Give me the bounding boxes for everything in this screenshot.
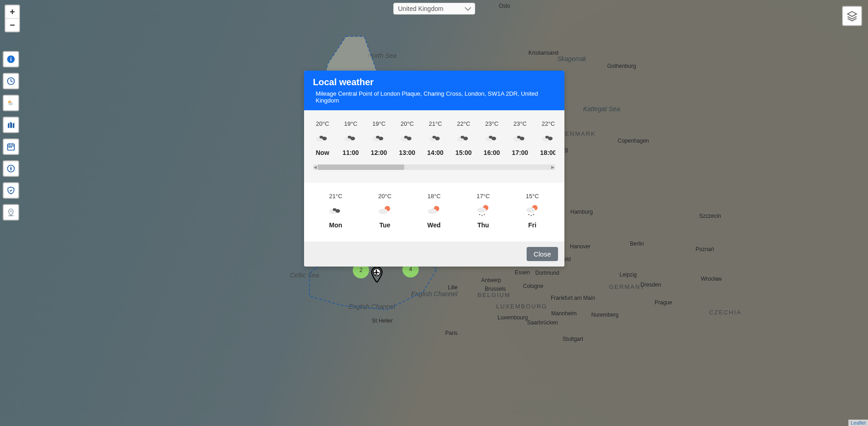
hourly-time: Now: [313, 149, 332, 156]
svg-point-51: [528, 214, 529, 215]
daily-name: Fri: [519, 221, 546, 229]
zoom-out-button[interactable]: −: [5, 19, 19, 31]
svg-point-48: [483, 214, 484, 215]
svg-point-52: [530, 215, 531, 216]
svg-point-27: [463, 137, 468, 140]
svg-point-15: [350, 137, 355, 140]
leaflet-link[interactable]: Leaflet: [851, 420, 866, 426]
svg-point-18: [379, 137, 383, 140]
scroll-thumb[interactable]: [318, 164, 404, 170]
weather-icon: [341, 133, 360, 144]
weather-icon: [519, 205, 546, 217]
daily-name: Wed: [421, 221, 448, 229]
hourly-card: 23°C16:00: [482, 120, 502, 156]
compass-button[interactable]: [3, 160, 19, 177]
svg-point-9: [10, 210, 11, 212]
svg-point-39: [335, 209, 340, 213]
hourly-time: 13:00: [398, 149, 417, 156]
modal-body: 20°CNow19°C11:0019°C12:0020°C13:0021°C14…: [304, 110, 564, 241]
hourly-time: 11:00: [341, 149, 360, 156]
weather-icon: [426, 133, 445, 144]
weather-modal: Local weather Mileage Central Point of L…: [304, 71, 564, 267]
hourly-card: 21°C14:00: [426, 120, 445, 156]
country-select-value: United Kingdom: [398, 5, 444, 12]
calendar-button[interactable]: [3, 139, 19, 155]
hourly-temp: 22°C: [454, 120, 473, 127]
svg-point-36: [548, 137, 553, 140]
hourly-card: 23°C17:00: [511, 120, 530, 156]
svg-point-53: [533, 214, 533, 215]
hourly-temp: 20°C: [313, 120, 332, 127]
daily-card: 18°CWed: [421, 193, 448, 229]
layers-button[interactable]: [842, 6, 862, 26]
hourly-card: 20°CNow: [313, 120, 332, 156]
svg-point-46: [479, 214, 480, 215]
time-button[interactable]: [3, 73, 19, 89]
weather-icon: [454, 133, 473, 144]
svg-point-12: [322, 137, 327, 140]
hourly-card: 22°C18:00: [539, 120, 555, 156]
places-button[interactable]: [3, 117, 19, 133]
daily-name: Tue: [371, 221, 399, 229]
weather-icon: [313, 133, 332, 144]
info-button[interactable]: i: [3, 51, 19, 67]
hourly-time: 16:00: [482, 149, 502, 156]
modal-title: Local weather: [313, 77, 555, 87]
zoom-in-button[interactable]: +: [5, 5, 19, 19]
svg-point-47: [481, 215, 482, 216]
daily-forecast-row: 21°CMon20°CTue18°CWed17°CThu15°CFri: [304, 183, 564, 241]
svg-point-45: [477, 207, 486, 213]
left-toolbar: i: [3, 51, 19, 226]
daily-card: 15°CFri: [519, 193, 546, 229]
country-select[interactable]: United Kingdom: [393, 3, 475, 15]
weather-icon: [421, 205, 448, 217]
hourly-temp: 23°C: [482, 120, 502, 127]
svg-point-41: [379, 209, 388, 214]
daily-card: 17°CThu: [470, 193, 497, 229]
map-attribution: Leaflet: [848, 420, 868, 426]
modal-subtitle: Mileage Central Point of London Plaque, …: [316, 90, 555, 104]
weather-icon: [370, 133, 389, 144]
hourly-forecast-row: 20°CNow19°C11:0019°C12:0020°C13:0021°C14…: [313, 120, 555, 156]
daily-name: Thu: [470, 221, 497, 229]
modal-footer: Close: [304, 241, 564, 267]
svg-point-21: [407, 137, 411, 140]
daily-temp: 20°C: [371, 193, 399, 200]
airport-marker[interactable]: [371, 267, 383, 284]
weather-icon: [482, 133, 502, 144]
hourly-temp: 19°C: [370, 120, 389, 127]
shield-button[interactable]: [3, 182, 19, 199]
hourly-time: 17:00: [511, 149, 530, 156]
daily-temp: 17°C: [470, 193, 497, 200]
svg-point-24: [435, 137, 440, 140]
scroll-left-button[interactable]: ◀: [313, 164, 318, 170]
daily-temp: 18°C: [421, 193, 448, 200]
svg-rect-7: [10, 147, 12, 148]
svg-point-30: [492, 137, 496, 140]
hourly-card: 20°C13:00: [398, 120, 417, 156]
hourly-scrollbar[interactable]: ◀ ▶: [313, 164, 555, 170]
location-button[interactable]: [3, 204, 19, 221]
hourly-temp: 20°C: [398, 120, 417, 127]
hourly-time: 15:00: [454, 149, 473, 156]
layers-icon: [846, 10, 858, 22]
svg-point-50: [526, 207, 535, 213]
hourly-time: 18:00: [539, 149, 555, 156]
weather-icon: [398, 133, 417, 144]
scroll-right-button[interactable]: ▶: [551, 164, 555, 170]
hourly-temp: 23°C: [511, 120, 530, 127]
zoom-control: + −: [5, 5, 20, 32]
hourly-temp: 21°C: [426, 120, 445, 127]
hourly-temp: 19°C: [341, 120, 360, 127]
svg-point-33: [520, 137, 524, 140]
daily-card: 20°CTue: [371, 193, 399, 229]
svg-point-43: [428, 209, 437, 214]
close-button[interactable]: Close: [527, 247, 558, 261]
weather-icon: [470, 205, 497, 217]
daily-name: Mon: [322, 221, 350, 229]
daily-temp: 15°C: [519, 193, 546, 200]
weather-button[interactable]: [3, 95, 19, 111]
modal-header: Local weather Mileage Central Point of L…: [304, 71, 564, 110]
weather-icon: [371, 205, 399, 217]
daily-card: 21°CMon: [322, 193, 350, 229]
